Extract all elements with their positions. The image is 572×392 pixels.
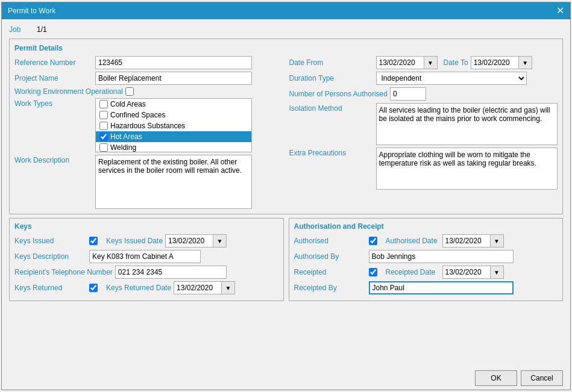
project-name-input[interactable] — [95, 72, 252, 85]
work-types-listbox[interactable]: Cold Areas Confined Spaces Hazardous Sub… — [95, 98, 252, 152]
receipted-date-input[interactable] — [442, 266, 491, 279]
keys-issued-label: Keys Issued — [14, 237, 87, 245]
date-to-picker-button[interactable]: ▼ — [519, 56, 532, 69]
list-item-selected[interactable]: Hot Areas — [96, 131, 251, 142]
date-from-group: ▼ — [376, 56, 438, 69]
date-from-input[interactable] — [376, 56, 424, 69]
working-environment-label: Working Environment Operational — [14, 87, 123, 96]
working-environment-row: Working Environment Operational — [14, 87, 283, 96]
permit-main: Reference Number Project Name Working En… — [14, 56, 558, 209]
extra-precautions-textarea[interactable]: Appropriate clothing will be worn to mit… — [376, 148, 558, 190]
keys-returned-date-label: Keys Returned Date — [106, 284, 171, 292]
date-from-label: Date From — [289, 58, 374, 67]
number-of-persons-input[interactable] — [390, 87, 426, 101]
cold-areas-checkbox[interactable] — [99, 100, 108, 108]
keys-issued-date-input[interactable] — [165, 234, 213, 247]
date-from-picker-button[interactable]: ▼ — [424, 56, 438, 69]
list-item[interactable]: Cold Areas — [96, 99, 251, 110]
date-to-input[interactable] — [471, 56, 519, 69]
duration-type-label: Duration Type — [289, 74, 374, 82]
date-from-row: Date From ▼ Date To ▼ — [289, 56, 558, 69]
extra-precautions-row: Extra Precautions Appropriate clothing w… — [289, 148, 558, 190]
ok-button[interactable]: OK — [475, 370, 517, 386]
keys-issued-checkbox[interactable] — [89, 237, 98, 245]
date-to-label: Date To — [444, 58, 468, 67]
receipted-date-picker[interactable]: ▼ — [491, 266, 504, 279]
list-item[interactable]: Confined Spaces — [96, 110, 251, 120]
close-button[interactable]: ✕ — [556, 6, 564, 16]
confined-spaces-checkbox[interactable] — [99, 111, 108, 119]
authorised-checkbox[interactable] — [369, 237, 377, 245]
hazardous-substances-checkbox[interactable] — [99, 122, 108, 130]
isolation-method-textarea[interactable]: All services leading to the boiler (elec… — [376, 103, 558, 145]
isolation-method-label: Isolation Method — [289, 103, 374, 113]
receipted-checkbox[interactable] — [369, 268, 377, 276]
work-description-row: Work Description Replacement of the exis… — [14, 155, 283, 209]
work-description-textarea[interactable]: Replacement of the existing boiler. All … — [95, 155, 252, 209]
extra-precautions-label: Extra Precautions — [289, 148, 374, 157]
duration-type-row: Duration Type Independent Fixed — [289, 72, 558, 85]
permit-to-work-dialog: Permit to Work ✕ Job 1/1 Permit Details … — [1, 2, 571, 390]
authorised-by-input[interactable] — [369, 250, 514, 263]
list-item[interactable]: Welding — [96, 142, 251, 152]
authorised-date-label: Authorised Date — [386, 237, 440, 245]
reference-number-label: Reference Number — [14, 58, 93, 67]
recipients-telephone-input[interactable] — [115, 266, 227, 279]
keys-issued-date-picker[interactable]: ▼ — [213, 234, 227, 247]
permit-details-section: Permit Details Reference Number Project … — [9, 39, 563, 214]
work-types-label: Work Types — [14, 98, 93, 108]
project-name-row: Project Name — [14, 72, 283, 85]
authorised-row: Authorised Authorised Date ▼ — [294, 234, 558, 247]
duration-type-select[interactable]: Independent Fixed — [376, 72, 527, 85]
keys-description-label: Keys Description — [14, 252, 87, 261]
reference-number-input[interactable] — [95, 56, 252, 69]
bottom-sections: Keys Keys Issued Keys Issued Date ▼ Keys… — [9, 218, 563, 301]
authorised-date-input[interactable] — [442, 234, 491, 247]
number-of-persons-label: Number of Persons Authorised — [289, 90, 388, 98]
job-row: Job 1/1 — [9, 24, 563, 35]
permit-right: Date From ▼ Date To ▼ Duration Type — [289, 56, 558, 209]
permit-left: Reference Number Project Name Working En… — [14, 56, 283, 209]
receipted-label: Receipted — [294, 268, 366, 276]
keys-description-row: Keys Description — [14, 250, 278, 263]
dialog-title: Permit to Work — [8, 7, 55, 15]
keys-returned-date-picker[interactable]: ▼ — [222, 281, 235, 294]
welding-label: Welding — [110, 143, 136, 152]
titlebar: Permit to Work ✕ — [2, 2, 570, 19]
receipted-date-label: Receipted Date — [386, 268, 440, 276]
authorised-by-row: Authorised By — [294, 250, 558, 263]
working-environment-checkbox[interactable] — [125, 87, 134, 96]
reference-number-row: Reference Number — [14, 56, 283, 69]
cancel-button[interactable]: Cancel — [521, 370, 563, 386]
recipients-telephone-label: Recipient's Telephone Number — [14, 268, 113, 276]
number-of-persons-row: Number of Persons Authorised — [289, 87, 558, 101]
receipted-date-group: ▼ — [442, 266, 504, 279]
receipted-row: Receipted Receipted Date ▼ — [294, 266, 558, 279]
welding-checkbox[interactable] — [99, 143, 108, 152]
receipted-by-row: Receipted By — [294, 281, 558, 294]
authorised-label: Authorised — [294, 237, 366, 245]
authorised-date-picker[interactable]: ▼ — [491, 234, 504, 247]
list-item[interactable]: Hazardous Substances — [96, 120, 251, 131]
authorisation-section: Authorisation and Receipt Authorised Aut… — [289, 218, 564, 301]
keys-returned-checkbox[interactable] — [89, 284, 98, 292]
job-label: Job — [9, 25, 33, 34]
keys-issued-row: Keys Issued Keys Issued Date ▼ — [14, 234, 278, 247]
keys-description-input[interactable] — [89, 250, 201, 263]
authorisation-section-title: Authorisation and Receipt — [294, 222, 558, 231]
hazardous-substances-label: Hazardous Substances — [110, 122, 185, 130]
confined-spaces-label: Confined Spaces — [110, 111, 165, 119]
hot-areas-checkbox[interactable] — [99, 132, 108, 141]
keys-returned-row: Keys Returned Keys Returned Date ▼ — [14, 281, 278, 294]
hot-areas-label: Hot Areas — [110, 132, 142, 141]
keys-issued-date-group: ▼ — [165, 234, 227, 247]
keys-returned-label: Keys Returned — [14, 284, 87, 292]
keys-returned-date-input[interactable] — [174, 281, 222, 294]
date-to-group: ▼ — [471, 56, 532, 69]
keys-returned-date-group: ▼ — [174, 281, 235, 294]
authorised-by-label: Authorised By — [294, 252, 366, 261]
isolation-method-row: Isolation Method All services leading to… — [289, 103, 558, 145]
keys-section: Keys Keys Issued Keys Issued Date ▼ Keys… — [9, 218, 284, 301]
receipted-by-input[interactable] — [369, 281, 514, 294]
work-types-row: Work Types Cold Areas Confined Spaces Ha… — [14, 98, 283, 152]
